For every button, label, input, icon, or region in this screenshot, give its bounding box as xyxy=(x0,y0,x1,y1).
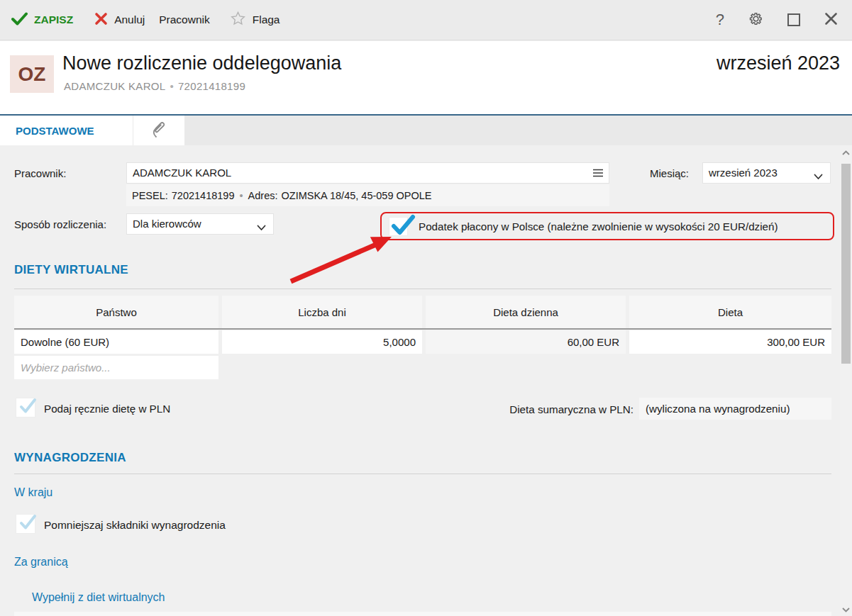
column-header-dieta-dzienna: Dieta dzienna xyxy=(426,296,626,328)
scroll-up-button[interactable] xyxy=(840,147,852,158)
employee-menu-button[interactable]: Pracownik xyxy=(159,13,210,26)
employee-picker-menu-icon[interactable] xyxy=(592,168,604,181)
form-content: Pracownik: ADAMCZUK KAROL Miesiąc: wrzes… xyxy=(0,145,852,616)
next-table-edge xyxy=(14,612,831,616)
tax-checkbox-annotation-outline: Podatek płacony w Polsce (należne zwolni… xyxy=(380,212,834,240)
pesel-value: 72021418199 xyxy=(172,190,235,201)
fill-from-virtual-diets-link[interactable]: Wypełnij z diet wirtualnych xyxy=(32,591,165,604)
section-divider xyxy=(14,289,831,289)
subsection-w-kraju: W kraju xyxy=(14,486,52,499)
settings-gear-button[interactable] xyxy=(748,11,763,29)
month-dropdown[interactable]: wrzesień 2023 xyxy=(702,162,831,184)
flag-button[interactable]: Flaga xyxy=(230,11,280,29)
subsection-za-granica: Za granicą xyxy=(14,556,68,569)
gear-icon xyxy=(748,16,763,28)
tax-checkbox-label: Podatek płacony w Polsce (należne zwolni… xyxy=(419,220,778,233)
ghost-check-icon xyxy=(18,397,37,415)
section-divider xyxy=(14,474,831,474)
table-cell-diet[interactable]: 300,00 EUR xyxy=(629,330,831,354)
address-label: Adres: xyxy=(248,190,278,201)
table-cell-country[interactable]: Dowolne (60 EUR) xyxy=(14,330,218,354)
ghost-check-icon xyxy=(18,513,37,531)
tab-podstawowe-label: PODSTAWOWE xyxy=(16,125,94,137)
table-cell-days[interactable]: 5,0000 xyxy=(222,330,422,354)
save-check-icon xyxy=(11,12,28,28)
settlement-dropdown[interactable]: Dla kierowców xyxy=(126,213,274,235)
table-header-separator xyxy=(14,328,831,330)
address-value: OZIMSKA 18/45, 45-059 OPOLE xyxy=(282,190,432,201)
cancel-button[interactable]: Anuluj xyxy=(94,12,145,28)
close-icon xyxy=(824,16,838,28)
page-title: Nowe rozliczenie oddelegowania xyxy=(62,52,341,74)
settlement-field-label: Sposób rozliczenia: xyxy=(14,218,106,230)
summary-diet-label: Dieta sumaryczna w PLN: xyxy=(397,403,634,415)
employee-menu-label: Pracownik xyxy=(159,13,210,26)
summary-diet-value: (wyliczona na wynagrodzeniu) xyxy=(639,398,831,420)
vertical-scrollbar[interactable] xyxy=(840,145,852,616)
reduce-salary-components-checkbox[interactable] xyxy=(16,514,35,534)
maximize-icon xyxy=(787,13,800,26)
annotation-arrow-icon xyxy=(284,229,404,289)
scroll-down-button[interactable] xyxy=(840,604,852,615)
table-cell-daily-diet: 60,00 EUR xyxy=(426,330,626,354)
reduce-salary-checkbox-label: Pomniejszaj składniki wynagrodzenia xyxy=(44,519,226,532)
employee-input[interactable]: ADAMCZUK KAROL xyxy=(126,162,609,184)
employee-input-value: ADAMCZUK KAROL xyxy=(133,163,231,183)
manual-diet-checkbox[interactable] xyxy=(16,398,35,418)
flag-button-label: Flaga xyxy=(253,13,280,26)
table-new-row-country-picker[interactable]: Wybierz państwo... xyxy=(14,356,218,379)
chevron-down-icon xyxy=(257,221,266,234)
column-header-liczba-dni: Liczba dni xyxy=(222,296,422,328)
maximize-button[interactable] xyxy=(787,13,800,26)
section-title-diety-wirtualne: DIETY WIRTUALNE xyxy=(14,263,128,277)
pesel-label: PESEL: xyxy=(132,190,168,201)
tab-attachments[interactable] xyxy=(133,116,184,145)
subtitle-employee-name: ADAMCZUK KAROL xyxy=(64,80,165,92)
paperclip-icon xyxy=(150,119,167,142)
cancel-button-label: Anuluj xyxy=(114,13,145,26)
settlement-dropdown-value: Dla kierowców xyxy=(133,214,201,234)
column-header-dieta: Dieta xyxy=(629,296,831,328)
help-button[interactable]: ? xyxy=(716,11,724,29)
document-type-badge: OZ xyxy=(10,55,54,93)
toolbar: ZAPISZ Anuluj Pracownik Flaga ? xyxy=(0,0,852,40)
month-field-label: Miesiąc: xyxy=(650,167,689,179)
manual-diet-checkbox-label: Podaj ręcznie dietę w PLN xyxy=(44,403,170,415)
info-separator: • xyxy=(240,190,243,201)
form-header: OZ Nowe rozliczenie oddelegowania ADAMCZ… xyxy=(0,41,852,114)
tab-podstawowe[interactable]: PODSTAWOWE xyxy=(0,116,133,145)
employee-info-strip: PESEL:72021418199•Adres:OZIMSKA 18/45, 4… xyxy=(126,184,609,206)
save-button-label: ZAPISZ xyxy=(34,13,73,26)
save-button[interactable]: ZAPISZ xyxy=(11,12,73,28)
chevron-down-icon xyxy=(814,170,823,183)
cancel-x-icon xyxy=(94,12,108,28)
scrollbar-thumb[interactable] xyxy=(841,164,851,364)
employee-field-label: Pracownik: xyxy=(14,167,66,179)
month-dropdown-value: wrzesień 2023 xyxy=(709,163,778,183)
column-header-panstwo: Państwo xyxy=(14,296,218,328)
chevron-up-icon xyxy=(842,150,850,155)
chevron-down-icon xyxy=(842,607,850,612)
section-title-wynagrodzenia: WYNAGRODZENIA xyxy=(14,451,126,465)
subtitle-separator: • xyxy=(170,80,174,92)
flag-star-icon xyxy=(230,11,246,29)
page-subtitle: ADAMCZUK KAROL•72021418199 xyxy=(64,80,245,92)
period-heading: wrzesień 2023 xyxy=(717,52,840,74)
subtitle-employee-id: 72021418199 xyxy=(178,80,245,92)
tab-strip: PODSTAWOWE xyxy=(0,116,852,145)
close-button[interactable] xyxy=(824,12,838,28)
